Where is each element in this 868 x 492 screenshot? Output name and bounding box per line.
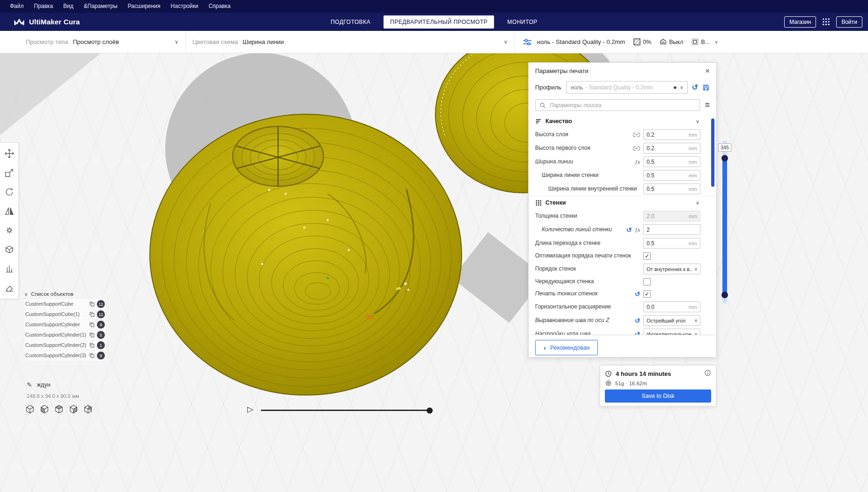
- view-3d-button[interactable]: [24, 404, 36, 415]
- rename-pencil-icon[interactable]: ✎: [27, 381, 32, 389]
- view-left-button[interactable]: [68, 404, 79, 415]
- layer-slider-bottom-handle[interactable]: [721, 292, 728, 298]
- wall-thickness-input: 2.0 mm: [643, 211, 700, 221]
- menu-preferences[interactable]: Настройки: [166, 0, 204, 13]
- color-scheme-dropdown[interactable]: Цветовая схема Ширина линии ∨: [186, 31, 515, 53]
- tool-column: [0, 142, 19, 299]
- object-list-item[interactable]: CustomSupportCylinder(2) 1: [24, 340, 106, 350]
- reset-setting-button[interactable]: ↺: [626, 227, 632, 233]
- camera-view-buttons: [24, 404, 94, 415]
- seam-corner-dropdown[interactable]: Интеллектуальное... ∨: [643, 329, 700, 335]
- object-list-item[interactable]: CustomSupportCylinder 9: [24, 320, 106, 330]
- layer-slider-top-handle[interactable]: [721, 155, 728, 162]
- menu-bar: Файл Правка Вид &Параметры Расширения На…: [0, 0, 868, 13]
- section-walls[interactable]: Стенки ∨: [529, 196, 716, 209]
- layer-height-input[interactable]: 0.2 mm: [643, 129, 700, 140]
- object-list-item[interactable]: CustomSupportCube(1) 11: [24, 309, 106, 319]
- setting-row-layer-height: Высота слоя 0.2 mm: [529, 128, 716, 141]
- play-simulation-button[interactable]: ▷: [247, 404, 253, 414]
- marketplace-button[interactable]: Магазин: [784, 16, 816, 28]
- setting-row-inner-wall-line-width: Ширина линии внутренней стенки 0.5 mm: [529, 182, 716, 196]
- duplicate-object-button[interactable]: [89, 342, 95, 348]
- object-list-item[interactable]: CustomSupportCylinder(3) 9: [24, 351, 106, 360]
- apps-grid-icon[interactable]: [822, 18, 830, 26]
- header-right: Магазин Войти: [784, 13, 862, 31]
- app-title: UltiMaker Cura: [29, 18, 80, 26]
- mirror-tool-button[interactable]: [2, 204, 16, 218]
- menu-view[interactable]: Вид: [58, 0, 79, 13]
- support-blocker-button[interactable]: [2, 242, 16, 257]
- custom-supports-button[interactable]: [2, 262, 16, 276]
- settings-list: Качество ∨ Высота слоя 0.2 mm Высота пер…: [529, 115, 716, 335]
- wall-transition-length-input[interactable]: 0.5 mm: [643, 238, 700, 249]
- instance-count-badge: 11: [97, 310, 105, 318]
- close-icon[interactable]: ×: [705, 67, 710, 75]
- move-tool-icon: [4, 148, 15, 159]
- adhesion-icon: [691, 38, 699, 45]
- duplicate-object-button[interactable]: [89, 322, 95, 328]
- menu-parameters[interactable]: &Параметры: [79, 0, 123, 13]
- settings-menu-icon[interactable]: ≡: [705, 100, 710, 110]
- simulation-timeline-slider[interactable]: [261, 410, 431, 411]
- reset-setting-button[interactable]: ↺: [634, 331, 640, 335]
- scale-tool-button[interactable]: [2, 166, 16, 180]
- horizontal-expansion-input[interactable]: 0.0 mm: [643, 301, 700, 312]
- search-input[interactable]: [550, 102, 696, 109]
- thin-walls-checkbox[interactable]: ✓: [643, 290, 651, 298]
- line-width-input[interactable]: 0.5 mm: [643, 156, 700, 167]
- info-icon[interactable]: [704, 369, 711, 378]
- object-list-item[interactable]: CustomSupportCube 11: [24, 299, 106, 309]
- duplicate-object-button[interactable]: [89, 332, 95, 338]
- initial-layer-height-input[interactable]: 0.2 mm: [643, 143, 700, 154]
- menu-extensions[interactable]: Расширения: [123, 0, 166, 13]
- stage-tabs: ПОДГОТОВКА ПРЕДВАРИТЕЛЬНЫЙ ПРОСМОТР МОНИ…: [324, 13, 544, 31]
- layer-slider-range[interactable]: [722, 158, 727, 295]
- reset-profile-button[interactable]: ↺: [692, 84, 698, 91]
- wall-line-count-input[interactable]: 2: [643, 224, 700, 235]
- settings-search-box[interactable]: [535, 99, 700, 111]
- view-right-button[interactable]: [82, 404, 94, 415]
- inner-wall-line-width-input[interactable]: 0.5 mm: [643, 184, 700, 194]
- settings-scrollbar[interactable]: [711, 118, 714, 187]
- menu-file[interactable]: Файл: [5, 0, 29, 13]
- eraser-tool-button[interactable]: [2, 281, 16, 295]
- menu-help[interactable]: Справка: [203, 0, 235, 13]
- rotate-tool-button[interactable]: [2, 185, 16, 199]
- support-summary: Выкл: [660, 38, 683, 45]
- recommended-mode-button[interactable]: ‹ Рекомендован: [535, 340, 598, 355]
- view-top-button[interactable]: [53, 404, 65, 415]
- save-to-disk-button[interactable]: Save to Disk: [605, 389, 711, 403]
- duplicate-object-button[interactable]: [89, 311, 95, 317]
- instance-count-badge: 5: [97, 331, 105, 339]
- printer-config-text: ноль - Standard Quality - 0.2mm: [537, 38, 625, 45]
- section-quality[interactable]: Качество ∨: [529, 115, 716, 128]
- z-seam-dropdown[interactable]: Острейший угол ∨: [643, 315, 700, 326]
- wall-line-width-input[interactable]: 0.5 mm: [643, 170, 700, 181]
- move-tool-button[interactable]: [2, 147, 16, 161]
- profile-dropdown[interactable]: ноль - Standard Quality - 0.2mm ★ ∨: [566, 81, 688, 94]
- duplicate-object-button[interactable]: [89, 301, 95, 307]
- view-front-button[interactable]: [39, 404, 50, 415]
- view-type-value: Просмотр слоёв: [73, 38, 119, 45]
- per-model-settings-button[interactable]: [2, 223, 16, 237]
- tab-monitor[interactable]: МОНИТОР: [501, 15, 544, 29]
- save-profile-button[interactable]: [702, 84, 710, 91]
- wall-order-dropdown[interactable]: От внутренних к в... ∨: [643, 264, 700, 274]
- alternate-walls-checkbox[interactable]: [643, 278, 651, 286]
- duplicate-object-button[interactable]: [89, 352, 95, 359]
- tab-preview[interactable]: ПРЕДВАРИТЕЛЬНЫЙ ПРОСМОТР: [383, 15, 494, 29]
- current-layer-value[interactable]: 345: [718, 143, 731, 152]
- reset-setting-button[interactable]: ↺: [634, 291, 640, 297]
- object-list-item[interactable]: CustomSupportCylinder(1) 5: [24, 330, 106, 340]
- object-list-header[interactable]: ∨ Список объектов: [24, 291, 106, 297]
- view-type-dropdown[interactable]: Просмотр типа Просмотр слоёв ∨: [0, 31, 186, 53]
- optimize-wall-order-checkbox[interactable]: ✓: [643, 252, 651, 260]
- reset-setting-button[interactable]: ↺: [634, 317, 640, 324]
- print-setup-selector[interactable]: ноль - Standard Quality - 0.2mm 0% Выкл: [515, 31, 868, 53]
- menu-edit[interactable]: Правка: [29, 0, 59, 13]
- timeline-handle[interactable]: [427, 407, 433, 413]
- 3d-viewport[interactable]: ∨ Список объектов CustomSupportCube 11 C…: [0, 53, 868, 492]
- sign-in-button[interactable]: Войти: [836, 16, 862, 28]
- tab-prepare[interactable]: ПОДГОТОВКА: [324, 15, 377, 29]
- build-plate-scene: [0, 53, 868, 492]
